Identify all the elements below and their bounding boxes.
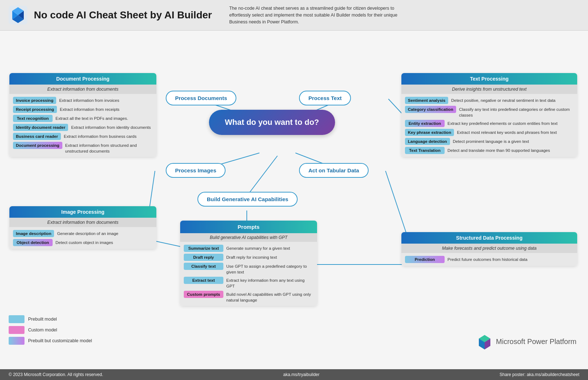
svg-line-8 xyxy=(386,171,407,236)
doc-row-invoice: Invoice processing Extract information f… xyxy=(13,97,153,104)
document-processing-box: Document Processing Extract information … xyxy=(9,73,156,157)
legend-color-prebuilt xyxy=(9,315,24,323)
structured-label-prediction: Prediction xyxy=(405,256,445,263)
doc-row-document-proc: Document processing Extract information … xyxy=(13,142,153,154)
doc-desc-identity: Extract information from identity docume… xyxy=(71,124,151,131)
image-processing-subtitle: Extract information from documents xyxy=(9,218,156,227)
image-desc-description: Generate description of an image xyxy=(57,230,118,237)
flow-node-process-images: Process Images xyxy=(166,163,226,178)
doc-desc-document-proc: Extract information from structured and … xyxy=(65,142,153,154)
doc-processing-header: Document Processing xyxy=(9,73,156,85)
structured-data-box: Structured Data Processing Make forecast… xyxy=(401,232,577,266)
legend-item-prebuilt: Prebuilt model xyxy=(9,315,92,323)
prompts-label-custom: Custom prompts xyxy=(184,291,223,298)
image-processing-body: Image description Generate description o… xyxy=(9,227,156,249)
footer: © 2023 Microsoft Corporation. All rights… xyxy=(0,369,588,380)
doc-row-receipt: Receipt processing Extract information f… xyxy=(13,106,153,113)
image-label-object: Object detection xyxy=(13,239,53,246)
doc-processing-body: Invoice processing Extract information f… xyxy=(9,94,156,157)
doc-label-text-recognition: Text recognition xyxy=(13,115,53,122)
text-label-translation: Text Translation xyxy=(405,147,445,154)
text-desc-keyphrase: Extract most relevant key words and phra… xyxy=(457,129,557,136)
prompts-subtitle: Build generative AI capabilities with GP… xyxy=(180,233,317,242)
structured-desc-prediction: Predict future outcomes from historical … xyxy=(447,256,527,263)
text-processing-header: Text Processing xyxy=(401,73,577,85)
text-desc-language: Detect prominent language is a given tex… xyxy=(453,138,529,145)
ai-builder-logo xyxy=(9,6,27,24)
text-processing-body: Sentiment analysis Detect positive, nega… xyxy=(401,94,577,157)
legend-label-prebuilt-custom: Prebuilt but customizable model xyxy=(28,338,92,343)
text-desc-category: Classify any text into predefined catego… xyxy=(459,106,574,118)
image-label-description: Image description xyxy=(13,230,54,237)
doc-row-business-card: Business card reader Extract information… xyxy=(13,133,153,140)
legend-color-prebuilt-custom xyxy=(9,337,24,345)
prompts-body: Summarize text Generate summary for a gi… xyxy=(180,242,317,306)
text-label-sentiment: Sentiment analysis xyxy=(405,97,448,104)
doc-row-text-recognition: Text recognition Extract all the text in… xyxy=(13,115,153,122)
legend-label-prebuilt: Prebuilt model xyxy=(28,317,57,322)
prompts-row-extract: Extract text Extract key information fro… xyxy=(184,277,313,289)
text-label-category: Category classification xyxy=(405,106,456,113)
doc-label-document-proc: Document processing xyxy=(13,142,62,149)
header-description: The no-code AI cheat sheet serves as a s… xyxy=(229,5,402,25)
doc-label-receipt: Receipt processing xyxy=(13,106,57,113)
legend-item-custom: Custom model xyxy=(9,326,92,334)
doc-row-identity: Identity document reader Extract informa… xyxy=(13,124,153,131)
image-desc-object: Detect custom object in images xyxy=(55,239,113,246)
flow-node-process-text: Process Text xyxy=(299,91,351,105)
header: No code AI Cheat Sheet by AI Builder The… xyxy=(0,0,588,31)
footer-share: Share poster: aka.ms/aibuildercheatsheet xyxy=(500,372,579,377)
flow-node-act-on-tabular: Act on Tabular Data xyxy=(299,163,369,178)
legend-color-custom xyxy=(9,326,24,334)
text-desc-entity: Extract key predefined elements or custo… xyxy=(447,120,558,127)
prompts-label-classify: Classify text xyxy=(184,263,223,270)
structured-data-body: Prediction Predict future outcomes from … xyxy=(401,253,577,266)
image-row-description: Image description Generate description o… xyxy=(13,230,153,237)
ms-power-platform-logo: Microsoft Power Platform xyxy=(477,334,576,349)
ms-logo-text: Microsoft Power Platform xyxy=(496,338,576,346)
text-label-language: Language detection xyxy=(405,138,450,145)
prompts-desc-extract: Extract key information from any text us… xyxy=(226,277,313,289)
text-desc-translation: Detect and translate more than 90 suppor… xyxy=(447,147,550,154)
prompts-desc-custom: Build novel AI capabilities with GPT usi… xyxy=(226,291,313,303)
doc-desc-receipt: Extract information from receipts xyxy=(60,106,120,113)
footer-copyright: © 2023 Microsoft Corporation. All rights… xyxy=(9,372,103,377)
text-row-language: Language detection Detect prominent lang… xyxy=(405,138,574,145)
page-title: No code AI Cheat Sheet by AI Builder xyxy=(34,9,212,21)
structured-data-header: Structured Data Processing xyxy=(401,232,577,244)
prompts-label-summarize: Summarize text xyxy=(184,245,223,252)
doc-desc-text-recognition: Extract all the text in PDFs and images. xyxy=(55,115,128,122)
flow-node-build-gen-ai: Build Generative AI Capabilities xyxy=(197,192,298,207)
svg-line-9 xyxy=(247,156,277,196)
text-processing-box: Text Processing Derive insights from uns… xyxy=(401,73,577,157)
image-processing-header: Image Processing xyxy=(9,206,156,218)
prompts-box: Prompts Build generative AI capabilities… xyxy=(180,221,317,306)
page: No code AI Cheat Sheet by AI Builder The… xyxy=(0,0,588,380)
prompts-row-summarize: Summarize text Generate summary for a gi… xyxy=(184,245,313,252)
prompts-desc-draft: Draft reply for incoming text xyxy=(226,254,277,261)
prompts-row-draft: Draft reply Draft reply for incoming tex… xyxy=(184,254,313,261)
footer-url: aka.ms/tryaibuilder xyxy=(283,372,320,377)
prompts-label-draft: Draft reply xyxy=(184,254,223,261)
doc-label-invoice: Invoice processing xyxy=(13,97,56,104)
svg-line-4 xyxy=(388,99,402,113)
text-label-keyphrase: Key phrase extraction xyxy=(405,129,454,136)
prompts-desc-classify: Use GPT to assign a predefined category … xyxy=(226,263,313,275)
legend: Prebuilt model Custom model Prebuilt but… xyxy=(9,315,92,348)
prompts-row-custom: Custom prompts Build novel AI capabiliti… xyxy=(184,291,313,303)
doc-processing-subtitle: Extract information from documents xyxy=(9,85,156,94)
center-node: What do you want to do? xyxy=(209,110,335,135)
main-content: What do you want to do? Process Document… xyxy=(0,31,588,369)
doc-desc-invoice: Extract information from invoices xyxy=(59,97,119,104)
image-row-object: Object detection Detect custom object in… xyxy=(13,239,153,246)
doc-desc-business-card: Extract information from business cards xyxy=(64,133,137,140)
structured-data-subtitle: Make forecasts and predict outcome using… xyxy=(401,244,577,253)
text-row-category: Category classification Classify any tex… xyxy=(405,106,574,118)
text-label-entity: Entity extraction xyxy=(405,120,445,127)
flow-node-process-documents: Process Documents xyxy=(166,91,236,105)
prompts-label-extract: Extract text xyxy=(184,277,223,284)
text-processing-subtitle: Derive insights from unstructured text xyxy=(401,85,577,94)
prompts-desc-summarize: Generate summary for a given text xyxy=(226,245,290,252)
text-row-translation: Text Translation Detect and translate mo… xyxy=(405,147,574,154)
doc-label-identity: Identity document reader xyxy=(13,124,68,131)
